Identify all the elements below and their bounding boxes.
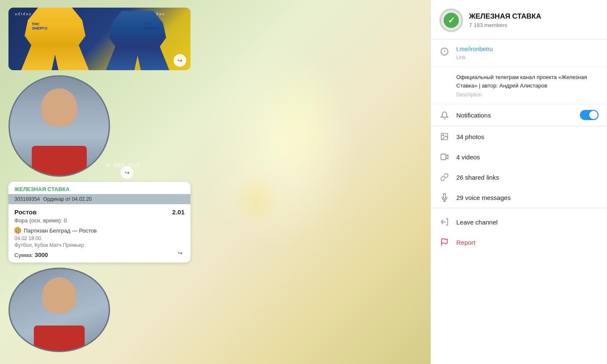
link-row[interactable]: t.me/ironbetru Link [431, 40, 607, 67]
face-head-2 [42, 277, 76, 313]
bet-team-row: Ростов 2.01 [14, 208, 185, 216]
link-icon [439, 172, 450, 182]
info-icon [439, 47, 450, 57]
stat-row-photos[interactable]: 34 photos [431, 126, 607, 147]
bell-icon [439, 110, 450, 120]
bet-sum-label: Сумма: [14, 252, 33, 258]
video-icon [439, 152, 450, 162]
leave-icon [439, 217, 450, 227]
mute-badge-2: 🔇 [13, 272, 25, 284]
stat-row-videos[interactable]: 4 videos [431, 147, 607, 167]
flag-icon [439, 237, 450, 247]
round-video-inner [10, 77, 109, 175]
photos-label: 34 photos [456, 133, 484, 140]
stats-section: 34 photos 4 videos 26 shared links [431, 126, 607, 208]
bet-card: ЖЕЛЕЗНАЯ СТАВКА 303169354 Ординар от 04.… [8, 182, 190, 263]
report-label: Report [456, 239, 475, 246]
forward-button-top[interactable]: ↪ [174, 54, 186, 67]
bet-sum-value: 3000 [35, 252, 48, 258]
bet-team-name: Ростов [14, 208, 36, 216]
avatar-checkmark: ✓ [444, 13, 459, 28]
body-shirt [32, 146, 87, 175]
actions-section: Leave channel Report [431, 208, 607, 256]
notifications-row[interactable]: Notifications [431, 104, 607, 126]
round-video-bottom-container: 🔇 [8, 268, 110, 361]
stat-row-links[interactable]: 26 shared links [431, 167, 607, 187]
description-content: Официальный телеграм канал проекта «Желе… [456, 73, 599, 98]
notifications-toggle[interactable] [580, 110, 599, 120]
svg-rect-8 [441, 154, 446, 159]
round-video-bottom: 🔇 [8, 268, 110, 352]
mute-badge: 🔇 [13, 80, 25, 92]
voice-label: 29 voice messages [456, 194, 510, 201]
match-icon: ⚽ [14, 227, 21, 234]
links-label: 26 shared links [456, 174, 499, 181]
channel-members: 7 183 members [469, 22, 541, 28]
bet-handicap: Фора (осн. время): 0 [14, 217, 185, 224]
bet-id-row: 303169354 Ординар от 04.02.20 [8, 194, 190, 204]
forward-button-bet[interactable]: ↪ [174, 246, 186, 259]
channel-link[interactable]: t.me/ironbetru [456, 46, 599, 52]
photo-icon [439, 131, 450, 142]
description-label: Description [456, 92, 482, 98]
bet-type: Ординар от 04.02.20 [43, 196, 92, 202]
videos-label: 4 videos [456, 153, 480, 161]
channel-panel: ✓ ЖЕЛЕЗНАЯ СТАВКА 7 183 members t.me/iro… [430, 0, 607, 364]
bet-match-name: Партизан Белград — Ростов [24, 227, 97, 234]
channel-avatar: ✓ [439, 8, 463, 32]
bet-sum: Сумма: 3000 [14, 252, 185, 258]
bet-card-body: Ростов 2.01 Фора (осн. время): 0 ⚽ Парти… [8, 204, 190, 263]
channel-info: ЖЕЛЕЗНАЯ СТАВКА 7 183 members [469, 12, 541, 28]
channel-header: ✓ ЖЕЛЕЗНАЯ СТАВКА 7 183 members [431, 0, 607, 39]
toggle-knob [589, 111, 598, 119]
mic-icon [439, 192, 450, 203]
svg-point-7 [443, 135, 444, 136]
notifications-label: Notifications [456, 112, 573, 119]
round-video-thumb: 🔇 00:56 [8, 75, 110, 177]
video-duration: 00:56 [15, 165, 31, 172]
tns-text-2: ТНСЭНЕРГО [143, 22, 159, 31]
sports-image-message: adidas adidas ТНСЭНЕРГО ТНСЭНЕРГО ↪ [8, 8, 190, 70]
round-video-bottom-inner [10, 269, 109, 351]
bet-odds: 2.01 [172, 208, 185, 216]
channel-description: Официальный телеграм канал проекта «Желе… [456, 73, 599, 90]
adidas-logo-left: adidas [15, 12, 32, 16]
forward-button-video[interactable]: ↪ [121, 166, 133, 179]
player-figure-2 [106, 11, 169, 70]
chat-scroll[interactable]: adidas adidas ТНСЭНЕРГО ТНСЭНЕРГО ↪ [0, 0, 430, 364]
bet-channel-name: ЖЕЛЕЗНАЯ СТАВКА [8, 182, 190, 194]
stat-row-voice[interactable]: 29 voice messages [431, 187, 607, 208]
chat-area: adidas adidas ТНСЭНЕРГО ТНСЭНЕРГО ↪ [0, 0, 430, 364]
bet-league: Футбол, Кубок Матч Премьер [14, 242, 185, 248]
report-row[interactable]: Report [431, 232, 607, 252]
bet-id: 303169354 [14, 196, 40, 202]
player-figure-1 [21, 8, 89, 70]
round-video-message: 🔇 00:56 👁 4051 15:09 ↪ [8, 75, 110, 177]
bet-match-info: ⚽ Партизан Белград — Ростов [14, 227, 185, 234]
link-content: t.me/ironbetru Link [456, 46, 599, 61]
link-label: Link [456, 55, 466, 60]
face-head [41, 88, 77, 126]
tns-text-1: ТНСЭНЕРГО [32, 22, 47, 31]
bet-date-time: 04.02 18:00 [14, 235, 185, 241]
bet-card-wrapper: ЖЕЛЕЗНАЯ СТАВКА 303169354 Ординар от 04.… [8, 182, 190, 263]
leave-channel-label: Leave channel [456, 219, 498, 226]
avatar-container: ✓ [440, 9, 462, 31]
eye-icon: 👁 [105, 162, 110, 168]
channel-name: ЖЕЛЕЗНАЯ СТАВКА [469, 12, 541, 21]
body-shirt-2 [34, 326, 85, 351]
leave-channel-row[interactable]: Leave channel [431, 212, 607, 232]
description-row: Официальный телеграм канал проекта «Желе… [431, 67, 607, 104]
